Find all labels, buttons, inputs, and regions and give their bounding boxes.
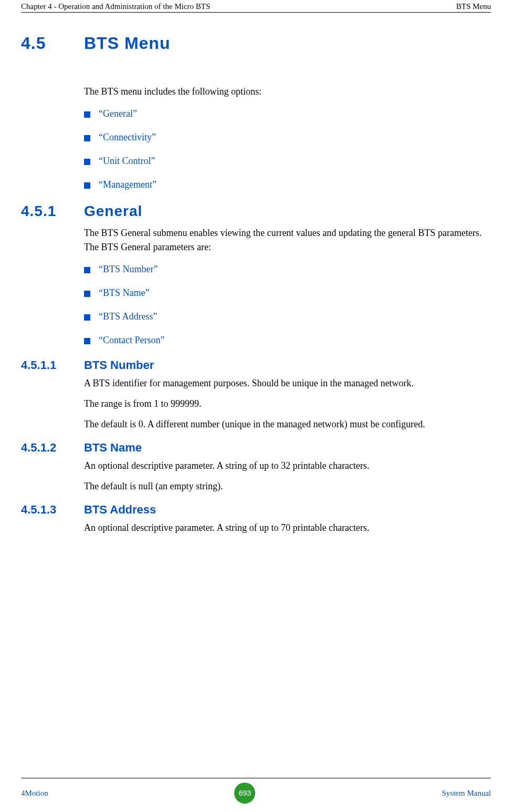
paragraph: An optional descriptive parameter. A str… (84, 521, 491, 535)
paragraph: The default is 0. A different number (un… (84, 417, 491, 431)
section-title: BTS Number (84, 358, 154, 372)
paragraph: The default is null (an empty string). (84, 479, 491, 494)
section-4-5: 4.5 BTS Menu (21, 34, 491, 53)
link-management[interactable]: “Management” (99, 179, 156, 190)
section-4-5-list: “General” “Connectivity” “Unit Control” … (84, 108, 491, 190)
section-4-5-1-3: 4.5.1.3 BTS Address (21, 503, 491, 517)
page-header: Chapter 4 - Operation and Administration… (21, 0, 491, 13)
square-bullet-icon (84, 111, 90, 118)
link-bts-number[interactable]: “BTS Number” (99, 264, 158, 275)
footer-left: 4Motion (21, 789, 48, 798)
link-bts-address[interactable]: “BTS Address” (99, 311, 158, 322)
square-bullet-icon (84, 182, 90, 189)
section-number: 4.5 (21, 34, 84, 53)
page-number-badge: 693 (234, 783, 255, 804)
square-bullet-icon (84, 159, 90, 165)
list-item: “Contact Person” (84, 335, 491, 346)
square-bullet-icon (84, 291, 90, 297)
page-footer: 4Motion 693 System Manual (21, 778, 491, 804)
section-4-5-1-intro: The BTS General submenu enables viewing … (84, 226, 491, 254)
section-4-5-1-list: “BTS Number” “BTS Name” “BTS Address” “C… (84, 264, 491, 346)
header-left: Chapter 4 - Operation and Administration… (21, 2, 210, 11)
square-bullet-icon (84, 338, 90, 344)
section-title: BTS Name (84, 441, 142, 455)
section-title: BTS Address (84, 503, 156, 517)
header-right: BTS Menu (456, 2, 491, 11)
list-item: “Connectivity” (84, 132, 491, 143)
link-connectivity[interactable]: “Connectivity” (99, 132, 156, 143)
square-bullet-icon (84, 135, 90, 141)
section-title: General (84, 203, 142, 220)
section-4-5-intro: The BTS menu includes the following opti… (84, 85, 491, 99)
square-bullet-icon (84, 314, 90, 321)
list-item: “BTS Address” (84, 311, 491, 322)
list-item: “Management” (84, 179, 491, 190)
section-title: BTS Menu (84, 34, 170, 53)
section-4-5-1-2: 4.5.1.2 BTS Name (21, 441, 491, 455)
paragraph: An optional descriptive parameter. A str… (84, 459, 491, 473)
section-number: 4.5.1.2 (21, 441, 84, 455)
list-item: “Unit Control” (84, 156, 491, 167)
square-bullet-icon (84, 267, 90, 273)
list-item: “General” (84, 108, 491, 119)
section-4-5-1: 4.5.1 General (21, 203, 491, 220)
link-contact-person[interactable]: “Contact Person” (99, 335, 164, 346)
footer-right: System Manual (442, 789, 491, 798)
paragraph: The range is from 1 to 999999. (84, 397, 491, 411)
section-4-5-1-1: 4.5.1.1 BTS Number (21, 358, 491, 372)
list-item: “BTS Name” (84, 287, 491, 299)
link-unit-control[interactable]: “Unit Control” (99, 156, 155, 167)
link-general[interactable]: “General” (99, 108, 137, 119)
list-item: “BTS Number” (84, 264, 491, 275)
section-number: 4.5.1 (21, 203, 84, 220)
link-bts-name[interactable]: “BTS Name” (99, 287, 149, 299)
section-number: 4.5.1.1 (21, 358, 84, 372)
paragraph: A BTS identifier for management purposes… (84, 376, 491, 390)
section-number: 4.5.1.3 (21, 503, 84, 517)
